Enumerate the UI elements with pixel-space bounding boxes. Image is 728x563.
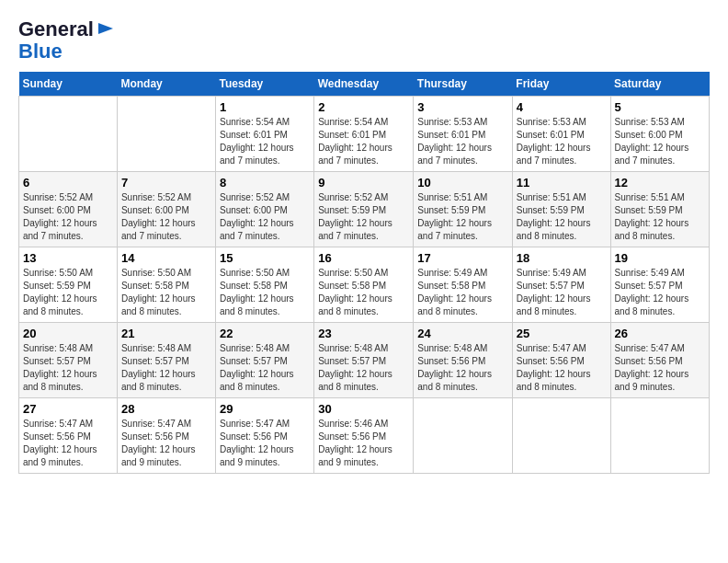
week-row-1: 1Sunrise: 5:54 AMSunset: 6:01 PMDaylight…	[19, 97, 710, 172]
sunset-text: Sunset: 6:00 PM	[220, 204, 310, 217]
calendar-cell: 1Sunrise: 5:54 AMSunset: 6:01 PMDaylight…	[215, 97, 313, 172]
sunset-text: Sunset: 6:00 PM	[121, 204, 211, 217]
daylight-text: Daylight: 12 hours and 7 minutes.	[121, 217, 211, 243]
daylight-text: Daylight: 12 hours and 8 minutes.	[318, 368, 409, 394]
sunset-text: Sunset: 5:59 PM	[23, 280, 113, 293]
sunset-text: Sunset: 5:57 PM	[318, 355, 409, 368]
sunset-text: Sunset: 6:01 PM	[318, 129, 409, 142]
sunrise-text: Sunrise: 5:49 AM	[417, 267, 508, 280]
calendar-cell: 25Sunrise: 5:47 AMSunset: 5:56 PMDayligh…	[512, 323, 610, 398]
day-info: Sunrise: 5:49 AMSunset: 5:58 PMDaylight:…	[417, 267, 508, 318]
sunrise-text: Sunrise: 5:50 AM	[23, 267, 113, 280]
daylight-text: Daylight: 12 hours and 8 minutes.	[417, 368, 508, 394]
calendar-cell: 18Sunrise: 5:49 AMSunset: 5:57 PMDayligh…	[512, 247, 610, 323]
sunrise-text: Sunrise: 5:47 AM	[615, 342, 705, 355]
calendar-cell: 6Sunrise: 5:52 AMSunset: 6:00 PMDaylight…	[19, 172, 118, 247]
daylight-text: Daylight: 12 hours and 8 minutes.	[220, 293, 310, 318]
calendar-cell: 26Sunrise: 5:47 AMSunset: 5:56 PMDayligh…	[610, 323, 709, 398]
day-info: Sunrise: 5:47 AMSunset: 5:56 PMDaylight:…	[220, 418, 310, 469]
sunset-text: Sunset: 5:56 PM	[615, 355, 705, 368]
calendar-cell: 11Sunrise: 5:51 AMSunset: 5:59 PMDayligh…	[512, 172, 610, 247]
day-number: 13	[23, 251, 113, 265]
day-number: 15	[220, 251, 310, 265]
sunrise-text: Sunrise: 5:47 AM	[121, 418, 211, 431]
sunset-text: Sunset: 5:59 PM	[318, 204, 409, 217]
day-number: 26	[615, 327, 705, 340]
day-number: 1	[220, 100, 310, 114]
sunset-text: Sunset: 5:58 PM	[417, 280, 508, 293]
daylight-text: Daylight: 12 hours and 7 minutes.	[517, 142, 607, 167]
calendar-cell: 20Sunrise: 5:48 AMSunset: 5:57 PMDayligh…	[19, 323, 118, 398]
sunrise-text: Sunrise: 5:53 AM	[517, 116, 607, 129]
day-info: Sunrise: 5:49 AMSunset: 5:57 PMDaylight:…	[615, 267, 705, 318]
calendar-cell: 24Sunrise: 5:48 AMSunset: 5:56 PMDayligh…	[414, 323, 513, 398]
sunrise-text: Sunrise: 5:54 AM	[318, 116, 409, 129]
week-row-5: 27Sunrise: 5:47 AMSunset: 5:56 PMDayligh…	[19, 398, 710, 474]
sunrise-text: Sunrise: 5:51 AM	[517, 191, 607, 204]
day-number: 17	[417, 251, 508, 265]
sunrise-text: Sunrise: 5:49 AM	[517, 267, 607, 280]
day-number: 7	[121, 176, 211, 190]
day-info: Sunrise: 5:48 AMSunset: 5:57 PMDaylight:…	[23, 342, 113, 394]
sunset-text: Sunset: 6:01 PM	[220, 129, 310, 142]
sunrise-text: Sunrise: 5:51 AM	[615, 191, 705, 204]
calendar-cell: 4Sunrise: 5:53 AMSunset: 6:01 PMDaylight…	[512, 97, 610, 172]
daylight-text: Daylight: 12 hours and 9 minutes.	[121, 443, 211, 469]
svg-marker-0	[98, 23, 113, 34]
sunrise-text: Sunrise: 5:48 AM	[121, 342, 211, 355]
day-info: Sunrise: 5:49 AMSunset: 5:57 PMDaylight:…	[517, 267, 607, 318]
calendar-cell	[19, 97, 118, 172]
sunset-text: Sunset: 5:56 PM	[23, 431, 113, 443]
calendar-cell: 7Sunrise: 5:52 AMSunset: 6:00 PMDaylight…	[117, 172, 215, 247]
header: General Blue	[18, 18, 710, 63]
sunset-text: Sunset: 5:57 PM	[23, 355, 113, 368]
daylight-text: Daylight: 12 hours and 7 minutes.	[220, 142, 310, 167]
sunrise-text: Sunrise: 5:51 AM	[417, 191, 508, 204]
day-number: 11	[517, 176, 607, 190]
logo-blue: Blue	[18, 40, 63, 63]
calendar-cell: 15Sunrise: 5:50 AMSunset: 5:58 PMDayligh…	[215, 247, 313, 323]
sunset-text: Sunset: 5:58 PM	[318, 280, 409, 293]
day-info: Sunrise: 5:53 AMSunset: 6:00 PMDaylight:…	[615, 116, 705, 167]
sunset-text: Sunset: 6:00 PM	[615, 129, 705, 142]
daylight-text: Daylight: 12 hours and 8 minutes.	[517, 217, 607, 243]
sunset-text: Sunset: 5:57 PM	[615, 280, 705, 293]
sunrise-text: Sunrise: 5:48 AM	[318, 342, 409, 355]
sunset-text: Sunset: 5:56 PM	[417, 355, 508, 368]
daylight-text: Daylight: 12 hours and 8 minutes.	[318, 293, 409, 318]
sunset-text: Sunset: 5:58 PM	[121, 280, 211, 293]
day-info: Sunrise: 5:47 AMSunset: 5:56 PMDaylight:…	[121, 418, 211, 469]
sunrise-text: Sunrise: 5:53 AM	[417, 116, 508, 129]
calendar-cell: 2Sunrise: 5:54 AMSunset: 6:01 PMDaylight…	[314, 97, 414, 172]
day-info: Sunrise: 5:51 AMSunset: 5:59 PMDaylight:…	[517, 191, 607, 243]
daylight-text: Daylight: 12 hours and 8 minutes.	[517, 293, 607, 318]
day-header-sunday: Sunday	[19, 72, 118, 97]
daylight-text: Daylight: 12 hours and 8 minutes.	[23, 368, 113, 394]
day-info: Sunrise: 5:52 AMSunset: 6:00 PMDaylight:…	[220, 191, 310, 243]
daylight-text: Daylight: 12 hours and 8 minutes.	[615, 217, 705, 243]
daylight-text: Daylight: 12 hours and 9 minutes.	[220, 443, 310, 469]
sunrise-text: Sunrise: 5:47 AM	[220, 418, 310, 431]
day-number: 27	[23, 402, 113, 416]
day-number: 3	[417, 100, 508, 114]
daylight-text: Daylight: 12 hours and 8 minutes.	[220, 368, 310, 394]
day-header-thursday: Thursday	[414, 72, 513, 97]
day-info: Sunrise: 5:53 AMSunset: 6:01 PMDaylight:…	[517, 116, 607, 167]
day-info: Sunrise: 5:50 AMSunset: 5:59 PMDaylight:…	[23, 267, 113, 318]
calendar-cell: 29Sunrise: 5:47 AMSunset: 5:56 PMDayligh…	[215, 398, 313, 474]
sunrise-text: Sunrise: 5:50 AM	[121, 267, 211, 280]
calendar-cell: 8Sunrise: 5:52 AMSunset: 6:00 PMDaylight…	[215, 172, 313, 247]
day-info: Sunrise: 5:52 AMSunset: 6:00 PMDaylight:…	[121, 191, 211, 243]
daylight-text: Daylight: 12 hours and 9 minutes.	[318, 443, 409, 469]
sunset-text: Sunset: 6:01 PM	[517, 129, 607, 142]
daylight-text: Daylight: 12 hours and 7 minutes.	[318, 142, 409, 167]
sunset-text: Sunset: 5:57 PM	[220, 355, 310, 368]
day-number: 4	[517, 100, 607, 114]
daylight-text: Daylight: 12 hours and 7 minutes.	[318, 217, 409, 243]
daylight-text: Daylight: 12 hours and 7 minutes.	[23, 217, 113, 243]
day-info: Sunrise: 5:50 AMSunset: 5:58 PMDaylight:…	[220, 267, 310, 318]
calendar-cell: 5Sunrise: 5:53 AMSunset: 6:00 PMDaylight…	[610, 97, 709, 172]
day-number: 16	[318, 251, 409, 265]
calendar-cell	[610, 398, 709, 474]
calendar-cell: 13Sunrise: 5:50 AMSunset: 5:59 PMDayligh…	[19, 247, 118, 323]
